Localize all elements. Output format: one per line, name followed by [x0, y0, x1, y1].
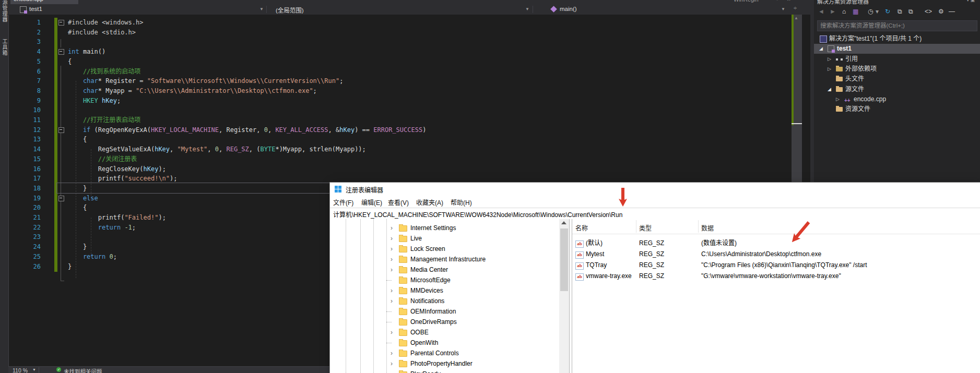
code-line[interactable]: 10 [8, 105, 800, 115]
registry-key-row[interactable]: ›Live [330, 233, 559, 244]
tree-collapsed-icon[interactable]: › [391, 296, 393, 306]
tree-collapsed-icon[interactable]: ▷ [828, 54, 831, 64]
duplicate-icon[interactable]: ⧉ [908, 7, 913, 16]
registry-values-pane[interactable]: 名称类型数据ab(默认)REG_SZ(数值未设置)abMytestREG_SZC… [572, 219, 980, 373]
tree-collapsed-icon[interactable]: › [391, 264, 393, 275]
tree-collapsed-icon[interactable]: › [391, 369, 393, 373]
zoom-level-dropdown[interactable]: 110 % [13, 367, 28, 373]
tree-collapsed-icon[interactable]: › [391, 233, 393, 244]
solution-tree-item-2[interactable]: ▷引用 [814, 54, 980, 64]
tab-encode-cpp[interactable]: encode.cpp ⚬ ✕ [10, 0, 78, 4]
properties-icon[interactable]: ⚙ [938, 7, 944, 16]
registry-key-row[interactable]: OpenWith [330, 338, 559, 348]
view-code-icon[interactable]: <> [925, 7, 932, 16]
column-divider[interactable] [698, 220, 699, 233]
menu-item-0[interactable]: 文件(F) [333, 198, 353, 207]
code-line[interactable]: 12 if (RegOpenKeyExA(HKEY_LOCAL_MACHINE,… [8, 125, 800, 135]
registry-key-row[interactable]: ›Parental Controls [330, 348, 559, 358]
tree-collapsed-icon[interactable]: › [391, 285, 393, 296]
solution-tree-item-1[interactable]: ◢test1 [814, 44, 980, 54]
document-health-icon[interactable]: ✓ [56, 367, 61, 372]
column-divider[interactable] [636, 220, 636, 233]
registry-value-row[interactable]: abMytestREG_SZC:\Users\Administrator\Des… [572, 249, 980, 260]
code-line[interactable]: 11 //打开注册表启动项 [8, 115, 800, 125]
registry-key-row[interactable]: ›MMDevices [330, 285, 559, 296]
registry-key-row[interactable]: ›Notifications [330, 296, 559, 306]
menu-item-2[interactable]: 查看(V) [388, 198, 409, 207]
menu-item-3[interactable]: 收藏夹(A) [416, 198, 443, 207]
column-header-2[interactable]: 数据 [701, 223, 714, 232]
chevron-down-icon[interactable]: ▼ [259, 7, 264, 11]
registry-key-row[interactable]: ›Management Infrastructure [330, 254, 559, 264]
solution-tree-item-6[interactable]: ▷++encode.cpp [814, 94, 980, 104]
registry-key-tree[interactable]: ›Internet Settings›Live›Lock Screen›Mana… [330, 219, 559, 373]
code-line[interactable]: 13 { [8, 135, 800, 145]
registry-value-row[interactable]: ab(默认)REG_SZ(数值未设置) [572, 238, 980, 249]
regedit-addressbar[interactable]: 计算机\HKEY_LOCAL_MACHINE\SOFTWARE\WOW6432N… [330, 208, 980, 220]
registry-value-row[interactable]: abTQTrayREG_SZ"C:\Program Files (x86)\Qi… [572, 260, 980, 271]
scroll-up-icon[interactable]: ▲ [794, 16, 798, 20]
fold-collapse-icon[interactable] [58, 127, 64, 133]
code-line[interactable]: 14 RegSetValueExA(hKey, "Mytest", 0, REG… [8, 145, 800, 154]
regedit-window[interactable]: 注册表编辑器 文件(F)编辑(E)查看(V)收藏夹(A)帮助(H) 计算机\HK… [330, 183, 980, 373]
solution-tree-item-4[interactable]: 头文件 [814, 74, 980, 84]
registry-key-row[interactable]: MicrosoftEdge [330, 275, 559, 285]
pending-changes-chevron-icon[interactable]: ▾ [876, 7, 879, 16]
registry-key-row[interactable]: ›OOBE [330, 327, 559, 338]
registry-value-row[interactable]: abvmware-tray.exeREG_SZ"G:\vmware\vmware… [572, 271, 980, 282]
pending-changes-icon[interactable]: ◷ [868, 7, 873, 16]
registry-key-row[interactable]: ›Internet Settings [330, 223, 559, 233]
collapse-all-icon[interactable]: ― [949, 7, 955, 16]
tree-collapsed-icon[interactable]: › [391, 348, 393, 358]
menu-item-4[interactable]: 帮助(H) [451, 198, 472, 207]
regedit-titlebar[interactable]: 注册表编辑器 [330, 183, 980, 196]
sidebar-tab-toolbox[interactable]: 工具箱 [1, 39, 8, 56]
code-line[interactable]: 6 //找到系统的启动项 [8, 67, 800, 77]
code-line[interactable]: 9 HKEY hKey; [8, 96, 800, 106]
chevron-down-icon[interactable]: ▼ [781, 7, 785, 11]
close-window-icon[interactable]: ✕ [787, 0, 791, 2]
code-line[interactable]: 3 [8, 37, 800, 47]
tree-collapsed-icon[interactable]: ▷ [836, 94, 840, 104]
solution-tree-item-0[interactable]: 解决方案"test1"(1 个项目/共 1 个) [814, 34, 980, 44]
column-header-1[interactable]: 类型 [639, 223, 652, 232]
copy-icon[interactable]: ⧉ [898, 7, 902, 16]
tree-expanded-icon[interactable]: ◢ [819, 44, 823, 54]
solution-tree-item-5[interactable]: ◢源文件 [814, 85, 980, 94]
scope-dropdown[interactable]: (全局范围) [276, 6, 304, 14]
code-line[interactable]: 8 char* Myapp = "C:\\Users\\Administrato… [8, 86, 800, 96]
member-dropdown[interactable]: main() [560, 6, 577, 12]
scrollbar-thumb[interactable] [560, 228, 568, 291]
code-line[interactable]: 4int main() [8, 47, 800, 57]
chevron-down-icon[interactable]: ▼ [32, 368, 36, 371]
tree-collapsed-icon[interactable]: › [391, 254, 393, 264]
code-line[interactable]: 1#include <windows.h> [8, 18, 800, 28]
tree-collapsed-icon[interactable]: › [391, 327, 393, 338]
switch-views-icon[interactable]: ▦ [853, 7, 858, 16]
solution-tree-item-3[interactable]: ▷外部依赖项 [814, 64, 980, 74]
tree-collapsed-icon[interactable]: › [391, 358, 393, 369]
back-icon[interactable]: ◄ [818, 7, 824, 16]
code-line[interactable]: 15 //关闭注册表 [8, 154, 800, 164]
code-line[interactable]: 7 char* Register = "Software\\Microsoft\… [8, 76, 800, 86]
pin-icon[interactable]: ⚬ [61, 0, 65, 2]
registry-key-row[interactable]: OEMInformation [330, 306, 559, 317]
menu-item-1[interactable]: 编辑(E) [361, 198, 382, 207]
forward-icon[interactable]: ► [830, 7, 836, 16]
fold-collapse-icon[interactable] [58, 20, 64, 26]
solution-tree-item-7[interactable]: 资源文件 [814, 104, 980, 114]
scroll-up-icon[interactable] [561, 221, 566, 224]
code-line[interactable]: 5{ [8, 57, 800, 67]
minimize-icon[interactable]: ▫ [776, 0, 778, 2]
tree-scrollbar[interactable] [559, 219, 569, 373]
chevron-down-icon[interactable]: ▼ [525, 7, 529, 11]
registry-key-row[interactable]: ›Media Center [330, 264, 559, 275]
fold-collapse-icon[interactable] [58, 196, 64, 201]
home-icon[interactable]: ⌂ [842, 7, 846, 16]
registry-key-row[interactable]: ›PhotoPropertyHandler [330, 358, 559, 369]
project-dropdown[interactable]: test1 [29, 6, 42, 12]
tree-collapsed-icon[interactable]: › [391, 244, 393, 254]
close-icon[interactable]: ✕ [69, 0, 73, 2]
tree-expanded-icon[interactable]: ◢ [828, 85, 831, 94]
tree-collapsed-icon[interactable]: › [391, 223, 393, 233]
